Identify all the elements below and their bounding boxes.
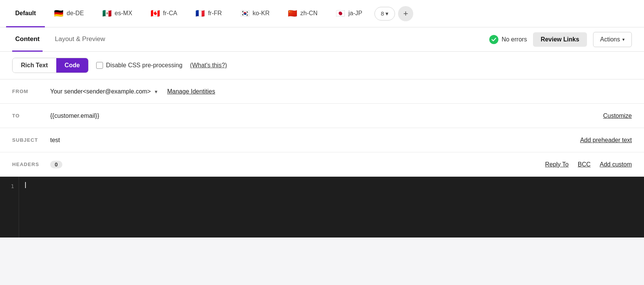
subject-label: SUBJECT: [12, 137, 50, 143]
headers-actions: Reply To BCC Add custom: [545, 161, 632, 168]
lang-tab-default[interactable]: Default: [6, 0, 45, 27]
customize-link[interactable]: Customize: [603, 112, 632, 119]
add-custom-link[interactable]: Add custom: [600, 161, 632, 168]
lang-tab-ko-KR-label: ko-KR: [253, 10, 270, 17]
lang-tab-es-MX[interactable]: 🇲🇽 es-MX: [93, 0, 141, 27]
lang-tab-zh-CN-label: zh-CN: [300, 10, 317, 17]
no-errors-label: No errors: [501, 36, 527, 43]
headers-field-row: HEADERS 0 Reply To BCC Add custom: [0, 152, 644, 177]
flag-ko: 🇰🇷: [240, 9, 250, 18]
header-actions: No errors Review Links Actions ▾: [489, 32, 632, 47]
subject-text: test: [50, 137, 60, 144]
tab-layout-preview[interactable]: Layout & Preview: [52, 28, 108, 52]
rich-text-button[interactable]: Rich Text: [13, 58, 56, 73]
lang-tab-ja-JP-label: ja-JP: [348, 10, 362, 17]
actions-label: Actions: [600, 36, 620, 43]
lang-tab-es-MX-label: es-MX: [115, 10, 132, 17]
flag-ja: 🇯🇵: [336, 9, 345, 18]
line-numbers: 1: [0, 177, 19, 238]
line-number-1: 1: [5, 182, 14, 190]
lang-tab-fr-CA[interactable]: 🇨🇦 fr-CA: [141, 0, 186, 27]
headers-label: HEADERS: [12, 162, 50, 167]
to-label: TO: [12, 113, 50, 119]
bcc-link[interactable]: BCC: [578, 161, 591, 168]
disable-css-label: Disable CSS pre-processing: [106, 62, 182, 69]
lang-tab-more-button[interactable]: 8 ▾: [374, 7, 395, 21]
lang-tab-ko-KR[interactable]: 🇰🇷 ko-KR: [231, 0, 279, 27]
text-cursor: [25, 182, 26, 188]
to-email-text: {{customer.email}}: [50, 112, 99, 119]
no-errors-status: No errors: [489, 35, 527, 44]
reply-to-link[interactable]: Reply To: [545, 161, 569, 168]
headers-value: 0: [50, 161, 545, 168]
section-tabs-bar: Content Layout & Preview No errors Revie…: [0, 27, 644, 52]
editor-toolbar: Rich Text Code Disable CSS pre-processin…: [0, 52, 644, 79]
from-value: Your sender<sender@example.com> ▾ Manage…: [50, 88, 632, 95]
lang-tab-ja-JP[interactable]: 🇯🇵 ja-JP: [327, 0, 371, 27]
flag-fr-ca: 🇨🇦: [151, 9, 160, 18]
tab-content-label: Content: [15, 35, 40, 43]
manage-identities-link[interactable]: Manage Identities: [167, 88, 215, 95]
lang-tab-zh-CN[interactable]: 🇨🇳 zh-CN: [279, 0, 327, 27]
lang-tab-default-label: Default: [15, 10, 36, 17]
actions-button[interactable]: Actions ▾: [593, 32, 632, 47]
flag-fr-fr: 🇫🇷: [195, 9, 205, 18]
headers-badge: 0: [50, 161, 62, 168]
from-field-row: FROM Your sender<sender@example.com> ▾ M…: [0, 79, 644, 104]
subject-field-row: SUBJECT test Add preheader text: [0, 128, 644, 152]
chevron-down-icon[interactable]: ▾: [155, 89, 157, 95]
from-sender-text: Your sender<sender@example.com>: [50, 88, 151, 95]
chevron-down-icon: ▾: [622, 37, 625, 42]
flag-es: 🇲🇽: [102, 9, 112, 18]
lang-tab-add-button[interactable]: +: [398, 6, 413, 21]
disable-css-checkbox[interactable]: [96, 62, 103, 69]
chevron-down-icon: ▾: [385, 10, 389, 17]
flag-de: 🇩🇪: [54, 9, 63, 18]
tab-layout-preview-label: Layout & Preview: [55, 35, 105, 43]
subject-value: test: [50, 137, 580, 144]
code-content-area[interactable]: [19, 177, 644, 238]
lang-tab-more-count: 8: [381, 10, 384, 17]
code-editor[interactable]: 1: [0, 177, 644, 238]
lang-tabs-bar: Default 🇩🇪 de-DE 🇲🇽 es-MX 🇨🇦 fr-CA 🇫🇷 fr…: [0, 0, 644, 27]
flag-zh: 🇨🇳: [288, 9, 297, 18]
tab-content[interactable]: Content: [12, 28, 43, 52]
to-value: {{customer.email}}: [50, 112, 603, 119]
lang-tab-fr-FR-label: fr-FR: [208, 10, 222, 17]
editor-mode-toggle: Rich Text Code: [12, 58, 89, 73]
review-links-button[interactable]: Review Links: [533, 32, 587, 47]
plus-icon: +: [403, 9, 408, 19]
from-label: FROM: [12, 89, 50, 94]
whats-this-link[interactable]: (What's this?): [190, 62, 227, 69]
code-button[interactable]: Code: [56, 58, 88, 73]
to-field-row: TO {{customer.email}} Customize: [0, 104, 644, 128]
disable-css-checkbox-label[interactable]: Disable CSS pre-processing: [96, 62, 182, 69]
check-circle-icon: [489, 35, 498, 44]
lang-tab-de-DE[interactable]: 🇩🇪 de-DE: [45, 0, 93, 27]
cursor-line: [25, 182, 638, 188]
main-area: Content Layout & Preview No errors Revie…: [0, 27, 644, 238]
lang-tab-de-DE-label: de-DE: [67, 10, 84, 17]
lang-tab-fr-CA-label: fr-CA: [163, 10, 177, 17]
add-preheader-link[interactable]: Add preheader text: [580, 137, 632, 144]
lang-tab-fr-FR[interactable]: 🇫🇷 fr-FR: [186, 0, 231, 27]
